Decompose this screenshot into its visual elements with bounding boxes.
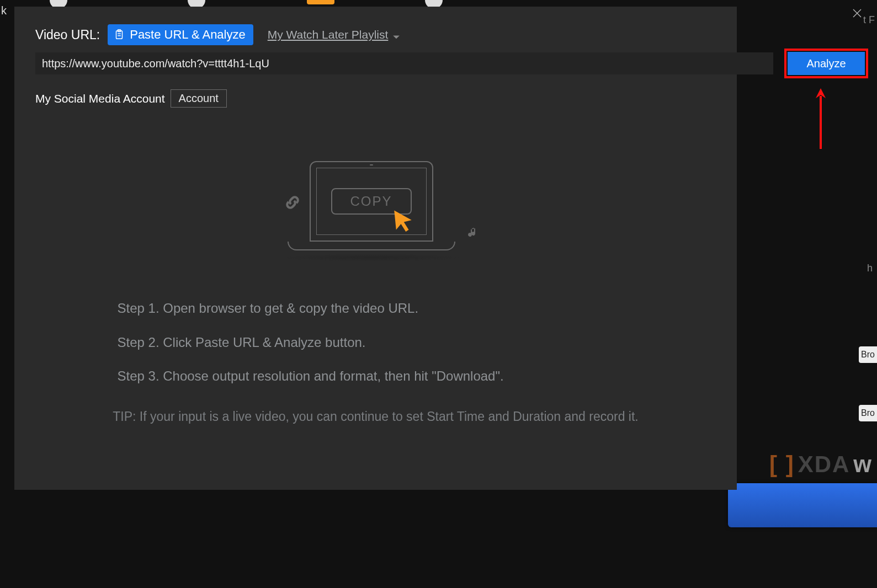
bg-text: h	[867, 263, 873, 274]
bg-browse-stub: Bro	[859, 346, 877, 363]
watch-later-label: My Watch Later Playlist	[268, 28, 389, 41]
watch-later-playlist-link[interactable]: My Watch Later Playlist	[268, 28, 401, 41]
shadow	[282, 254, 461, 261]
laptop-camera-icon	[370, 164, 373, 165]
step-1-text: Step 1. Open browser to get & copy the v…	[118, 299, 624, 318]
music-note-icon	[466, 226, 480, 239]
step-3-text: Step 3. Choose output resolution and for…	[118, 367, 624, 386]
link-icon	[279, 189, 305, 216]
step-2-text: Step 2. Click Paste URL & Analyze button…	[118, 333, 624, 352]
bg-orange-tab	[307, 0, 334, 4]
bg-blue-panel	[728, 483, 877, 527]
paste-url-analyze-button[interactable]: Paste URL & Analyze	[108, 24, 253, 45]
url-row: Analyze	[35, 52, 865, 75]
clipboard-icon	[113, 29, 125, 41]
analyze-button[interactable]: Analyze	[788, 52, 865, 75]
download-modal: k Video URL: Paste URL & Analyze My Watc…	[14, 7, 737, 490]
social-account-label: My Social Media Account	[35, 92, 165, 105]
video-url-label: Video URL:	[35, 28, 100, 42]
analyze-button-highlight-wrap: Analyze	[788, 52, 865, 75]
bg-browse-stub: Bro	[859, 405, 877, 421]
bg-text: t F	[863, 14, 875, 26]
account-button[interactable]: Account	[171, 89, 227, 108]
video-url-input[interactable]	[35, 52, 773, 74]
cursor-icon	[391, 209, 414, 232]
close-icon[interactable]	[849, 6, 865, 21]
laptop-screen-icon: COPY	[310, 161, 433, 242]
xda-watermark: [ ]XDAw	[769, 451, 873, 478]
instruction-steps: Step 1. Open browser to get & copy the v…	[127, 299, 624, 401]
bg-text: k	[1, 4, 7, 17]
tip-text: TIP: If your input is a live video, you …	[72, 409, 679, 424]
laptop-base-icon	[288, 242, 455, 250]
social-account-row: My Social Media Account Account	[35, 89, 227, 108]
paste-button-label: Paste URL & Analyze	[130, 28, 246, 42]
chevron-down-icon	[392, 31, 400, 39]
header-row: Video URL: Paste URL & Analyze My Watch …	[35, 24, 400, 45]
instruction-illustration: COPY	[277, 161, 475, 271]
